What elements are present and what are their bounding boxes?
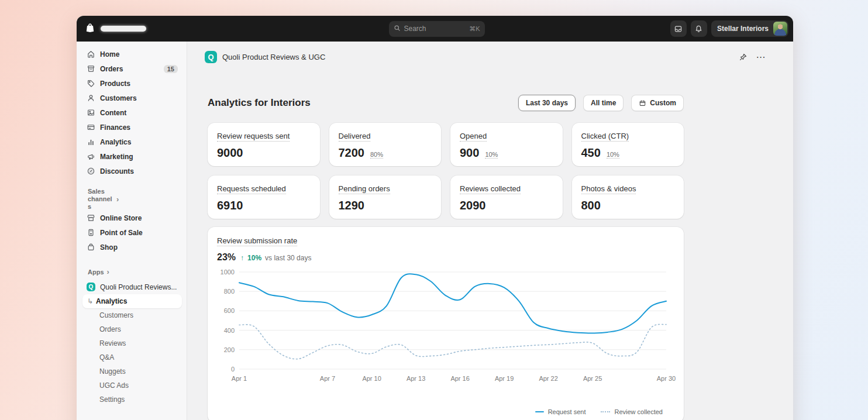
sidebar-item-home[interactable]: Home bbox=[82, 47, 182, 61]
main-area: Q Quoli Product Reviews & UGC ⋯ Analytic… bbox=[187, 42, 793, 420]
metric-sub-percent[interactable]: 10% bbox=[607, 151, 619, 159]
legend-label: Review collected bbox=[614, 408, 663, 415]
sidebar-item-finances[interactable]: Finances bbox=[82, 120, 182, 135]
submission-rate-value: 23% bbox=[217, 252, 236, 263]
sidebar-item-discounts[interactable]: Discounts bbox=[82, 164, 182, 178]
metric-card-clicked-ctr: Clicked (CTR) 450 10% bbox=[572, 123, 684, 166]
sidebar-item-content[interactable]: Content bbox=[82, 105, 182, 120]
sidebar-item-label: Content bbox=[100, 109, 126, 117]
sales-channels-label: Sales channels bbox=[88, 188, 113, 211]
metric-sub-percent[interactable]: 80% bbox=[370, 151, 383, 159]
metric-label[interactable]: Opened bbox=[460, 132, 487, 142]
sidebar-subitem-customers[interactable]: Customers bbox=[82, 308, 182, 322]
metric-label[interactable]: Review requests sent bbox=[217, 132, 290, 142]
sidebar-item-analytics[interactable]: Analytics bbox=[82, 135, 182, 149]
metric-label[interactable]: Delivered bbox=[339, 132, 371, 142]
svg-text:Apr 30: Apr 30 bbox=[657, 375, 676, 382]
user-avatar bbox=[773, 22, 787, 36]
sidebar-subitem-settings[interactable]: Settings bbox=[82, 393, 182, 407]
sales-channels-section[interactable]: Sales channels › bbox=[77, 188, 187, 211]
sidebar-item-customers[interactable]: Customers bbox=[82, 91, 182, 105]
calendar-icon bbox=[639, 99, 646, 107]
filter-all-time[interactable]: All time bbox=[583, 95, 624, 111]
chart-title[interactable]: Review submission rate bbox=[217, 236, 297, 246]
sidebar-subitem-analytics[interactable]: ↳ Analytics bbox=[82, 294, 182, 308]
svg-text:Apr 16: Apr 16 bbox=[450, 375, 469, 382]
metric-card-photos-videos: Photos & videos 800 bbox=[572, 175, 684, 219]
finances-icon bbox=[87, 123, 95, 132]
metric-value: 2090 bbox=[460, 199, 486, 212]
date-range-filters: Last 30 days All time Custom bbox=[518, 95, 684, 111]
notifications-button[interactable] bbox=[691, 20, 707, 37]
sidebar-item-point-of-sale[interactable]: Point of Sale bbox=[82, 225, 182, 240]
metric-sub-percent[interactable]: 10% bbox=[485, 151, 498, 159]
metric-label[interactable]: Requests scheduled bbox=[217, 184, 286, 194]
svg-text:1000: 1000 bbox=[221, 268, 235, 276]
sidebar-subitem-label: Reviews bbox=[99, 339, 126, 347]
filter-custom[interactable]: Custom bbox=[631, 95, 684, 111]
sidebar-item-shop[interactable]: Shop bbox=[82, 240, 182, 254]
marketing-icon bbox=[87, 152, 95, 161]
bell-icon bbox=[694, 25, 703, 33]
home-icon bbox=[87, 50, 95, 58]
orders-icon bbox=[87, 64, 95, 73]
filter-label: Custom bbox=[650, 99, 676, 107]
search-bar[interactable]: ⌘K bbox=[389, 21, 485, 37]
metric-value: 7200 bbox=[339, 146, 365, 160]
chart-stats: 23% ↑ 10% vs last 30 days bbox=[217, 252, 674, 263]
desktop-background: { "colors": { "topbar_bg": "#1a1a1a", "a… bbox=[0, 0, 868, 420]
metric-value: 800 bbox=[581, 199, 601, 212]
metric-label[interactable]: Photos & videos bbox=[581, 184, 636, 194]
sidebar-subitem-orders[interactable]: Orders bbox=[82, 322, 182, 336]
more-icon: ⋯ bbox=[756, 51, 766, 63]
legend-item-request-sent: Request sent bbox=[535, 408, 586, 415]
apps-section[interactable]: Apps › bbox=[77, 267, 187, 276]
svg-text:200: 200 bbox=[224, 346, 235, 353]
sidebar-subitem-label: UGC Ads bbox=[99, 381, 129, 390]
inbox-icon bbox=[674, 25, 683, 33]
filter-last-30-days[interactable]: Last 30 days bbox=[518, 95, 576, 111]
sidebar-subitem-label: Nuggets bbox=[99, 367, 126, 376]
more-options-button[interactable]: ⋯ bbox=[755, 50, 767, 63]
customers-icon bbox=[87, 94, 95, 102]
inbox-button[interactable] bbox=[670, 20, 687, 37]
sidebar-subitem-label: Settings bbox=[99, 395, 125, 404]
svg-text:Apr 10: Apr 10 bbox=[362, 375, 381, 382]
metric-card-pending-orders: Pending orders 1290 bbox=[329, 175, 442, 219]
sidebar-item-label: Analytics bbox=[100, 138, 131, 146]
sidebar-subitem-qa[interactable]: Q&A bbox=[82, 350, 182, 364]
metric-card-requests-scheduled: Requests scheduled 6910 bbox=[208, 175, 320, 219]
sidebar-item-label: Marketing bbox=[100, 153, 133, 161]
legend-swatch-request-sent bbox=[535, 411, 544, 413]
sidebar-item-label: Point of Sale bbox=[100, 229, 143, 237]
quoli-app-icon: Q bbox=[87, 283, 95, 291]
chevron-right-icon: › bbox=[116, 195, 119, 204]
store-menu-button[interactable]: Stellar Interiors bbox=[711, 20, 788, 37]
sidebar-item-label: Orders bbox=[100, 65, 123, 73]
sidebar-item-products[interactable]: Products bbox=[82, 76, 182, 91]
sidebar-item-marketing[interactable]: Marketing bbox=[82, 149, 182, 164]
orders-count-badge: 15 bbox=[164, 65, 178, 73]
metric-label[interactable]: Reviews collected bbox=[460, 184, 521, 194]
metric-value: 9000 bbox=[217, 146, 243, 160]
search-input[interactable] bbox=[404, 25, 466, 33]
shopify-admin-window: ⌘K Stellar Interiors bbox=[77, 16, 793, 420]
discounts-icon bbox=[87, 167, 95, 175]
chevron-right-icon: › bbox=[107, 267, 109, 276]
sidebar-subitem-nuggets[interactable]: Nuggets bbox=[82, 364, 182, 378]
sidebar-item-orders[interactable]: Orders 15 bbox=[82, 61, 182, 76]
delta-percent: 10% bbox=[247, 254, 261, 262]
metric-label[interactable]: Clicked (CTR) bbox=[581, 132, 629, 142]
app-title: Quoli Product Reviews & UGC bbox=[222, 53, 325, 61]
sidebar-subitem-ugc-ads[interactable]: UGC Ads bbox=[82, 378, 182, 393]
sidebar-item-online-store[interactable]: Online Store bbox=[82, 211, 182, 225]
pin-app-button[interactable] bbox=[736, 50, 749, 63]
sidebar-item-label: Finances bbox=[100, 123, 130, 132]
sidebar-item-quoli-app[interactable]: Q Quoli Product Reviews... bbox=[82, 280, 182, 294]
sidebar-subitem-reviews[interactable]: Reviews bbox=[82, 336, 182, 350]
legend-swatch-review-collected bbox=[601, 411, 610, 412]
line-chart: 02004006008001000Apr 1Apr 7Apr 10Apr 13A… bbox=[217, 266, 674, 383]
svg-text:Apr 1: Apr 1 bbox=[232, 375, 247, 382]
sidebar-subitem-label: Orders bbox=[99, 325, 121, 333]
metric-label[interactable]: Pending orders bbox=[339, 184, 390, 194]
